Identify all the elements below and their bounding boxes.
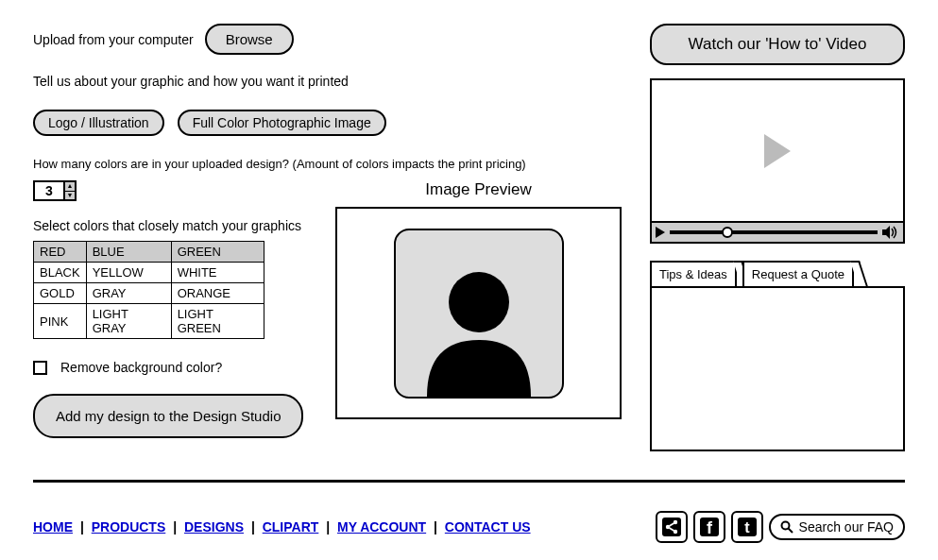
video-seek-track[interactable] [670, 230, 878, 234]
table-row: BLACK YELLOW WHITE [34, 263, 264, 283]
tab-tips[interactable]: Tips & Ideas [650, 261, 737, 286]
select-colors-label: Select colors that closely match your gr… [33, 218, 316, 233]
volume-icon[interactable] [882, 226, 899, 239]
image-preview-box [335, 207, 622, 419]
svg-text:f: f [707, 518, 713, 537]
tell-text: Tell us about your graphic and how you w… [33, 74, 622, 89]
footer-link-clipart[interactable]: CLIPART [263, 519, 319, 535]
search-faq-label: Search our FAQ [799, 519, 894, 535]
preview-title: Image Preview [335, 180, 622, 199]
svg-point-0 [449, 272, 509, 332]
facebook-icon[interactable]: f [693, 511, 725, 543]
table-row: GOLD GRAY ORANGE [34, 283, 264, 304]
tab-tips-label: Tips & Ideas [659, 267, 727, 281]
color-cell[interactable]: BLUE [86, 242, 171, 263]
color-cell[interactable]: YELLOW [86, 263, 171, 283]
color-cell[interactable]: GRAY [86, 283, 171, 304]
footer-link-designs[interactable]: DESIGNS [184, 519, 244, 535]
stepper-up-icon[interactable]: ▲ [65, 182, 75, 192]
footer-link-contact[interactable]: CONTACT US [445, 519, 531, 535]
remove-bg-checkbox[interactable] [33, 361, 47, 375]
upload-label: Upload from your computer [33, 32, 194, 47]
svg-point-11 [781, 522, 789, 530]
color-table: RED BLUE GREEN BLACK YELLOW WHITE GOLD G… [33, 241, 264, 339]
video-controls [652, 221, 903, 242]
play-icon [764, 134, 791, 168]
stepper-down-icon[interactable]: ▼ [65, 192, 75, 200]
colors-question: How many colors are in your uploaded des… [33, 157, 622, 171]
color-cell[interactable]: PINK [34, 304, 87, 339]
play-control-icon[interactable] [656, 227, 665, 238]
svg-text:t: t [744, 519, 750, 535]
footer-link-products[interactable]: PRODUCTS [92, 519, 166, 535]
tab-quote[interactable]: Request a Quote [742, 261, 854, 286]
color-cell[interactable]: GOLD [34, 283, 87, 304]
color-count-stepper[interactable]: ▲ ▼ [33, 180, 77, 201]
watch-video-button[interactable]: Watch our 'How to' Video [650, 24, 905, 65]
table-row: PINK LIGHT GRAY LIGHT GREEN [34, 304, 264, 339]
color-cell[interactable]: LIGHT GREEN [171, 304, 264, 339]
browse-button[interactable]: Browse [205, 24, 294, 55]
search-faq[interactable]: Search our FAQ [769, 514, 905, 540]
search-icon [780, 520, 793, 534]
video-player [650, 78, 905, 244]
video-seek-knob[interactable] [722, 227, 733, 238]
footer-link-home[interactable]: HOME [33, 519, 73, 535]
video-screen[interactable] [652, 80, 903, 221]
logo-illustration-button[interactable]: Logo / Illustration [33, 110, 164, 136]
share-icon[interactable] [656, 511, 688, 543]
color-cell[interactable]: LIGHT GRAY [86, 304, 171, 339]
svg-line-12 [788, 529, 793, 534]
tab-content [650, 286, 905, 451]
tab-quote-label: Request a Quote [752, 267, 844, 281]
color-cell[interactable]: RED [34, 242, 87, 263]
color-count-input[interactable] [35, 182, 63, 199]
footer-links: HOME | PRODUCTS | DESIGNS | CLIPART | MY… [33, 519, 531, 535]
footer-link-account[interactable]: MY ACCOUNT [337, 519, 426, 535]
divider [33, 480, 905, 483]
color-cell[interactable]: ORANGE [171, 283, 264, 304]
color-cell[interactable]: BLACK [34, 263, 87, 283]
color-cell[interactable]: WHITE [171, 263, 264, 283]
twitter-icon[interactable]: t [731, 511, 763, 543]
add-design-button[interactable]: Add my design to the Design Studio [33, 394, 303, 438]
remove-bg-label: Remove background color? [60, 360, 222, 375]
avatar-placeholder [394, 229, 564, 399]
full-color-photo-button[interactable]: Full Color Photographic Image [178, 110, 386, 136]
svg-rect-1 [662, 518, 681, 536]
table-row: RED BLUE GREEN [34, 242, 264, 263]
person-icon [403, 246, 554, 397]
color-cell[interactable]: GREEN [171, 242, 264, 263]
